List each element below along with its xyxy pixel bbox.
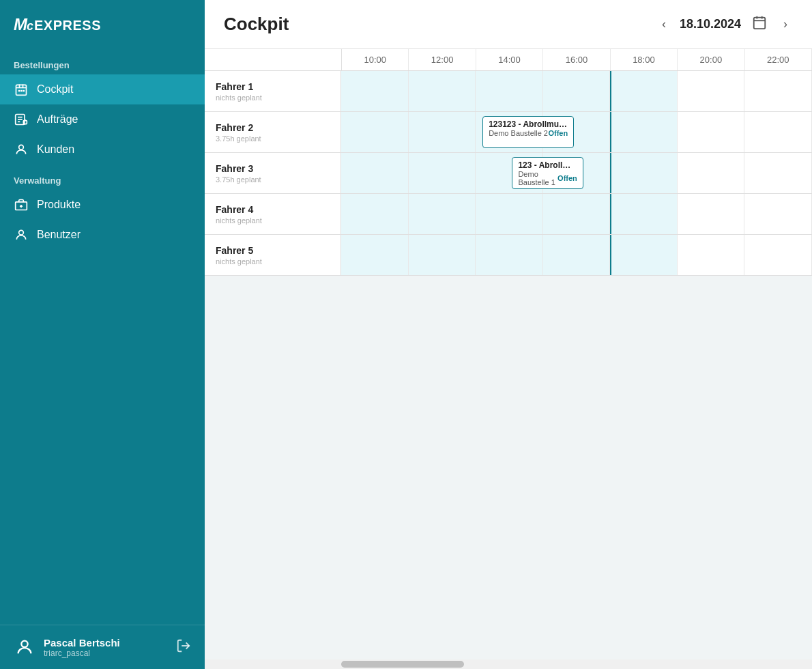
table-row: Fahrer 4 nichts geplant xyxy=(205,194,812,235)
sidebar-section-verwaltung: Verwaltung xyxy=(0,165,205,190)
time-labels-row: 10:00 12:00 14:00 16:00 18:00 20:00 22:0… xyxy=(341,49,812,70)
svg-rect-5 xyxy=(20,90,23,92)
sidebar-benutzer-label: Benutzer xyxy=(37,229,81,241)
prev-date-button[interactable]: ‹ xyxy=(656,14,671,34)
driver-label-1: Fahrer 1 nichts geplant xyxy=(205,71,341,111)
sidebar-item-cockpit[interactable]: Cockpit xyxy=(0,74,205,104)
sidebar-item-kunden[interactable]: Kunden xyxy=(0,134,205,165)
driver-timeline-4 xyxy=(341,194,812,234)
event-block[interactable]: 123 - Abrollmulde Demo Baustelle 1 Offen xyxy=(512,157,583,189)
user-icon xyxy=(14,227,29,242)
driver-status: 3.75h geplant xyxy=(216,134,330,143)
driver-name: Fahrer 3 xyxy=(216,163,330,174)
driver-name: Fahrer 1 xyxy=(216,81,330,92)
timeline-cell xyxy=(678,153,745,193)
time-label-1600: 16:00 xyxy=(543,49,610,70)
event-location: Demo Baustelle 2 xyxy=(489,129,548,137)
driver-label-2: Fahrer 2 3.75h geplant xyxy=(205,112,341,152)
driver-label-4: Fahrer 4 nichts geplant xyxy=(205,194,341,234)
driver-status: 3.75h geplant xyxy=(216,175,330,184)
timeline-cell-current xyxy=(610,153,678,193)
timeline-cell xyxy=(409,112,476,152)
timeline-cell xyxy=(744,235,812,275)
sidebar-item-auftraege[interactable]: Aufträge xyxy=(0,104,205,134)
event-title: 123 - Abrollmulde xyxy=(518,160,577,170)
event-location: Demo Baustelle 1 xyxy=(518,170,557,186)
user-avatar-icon xyxy=(14,636,35,658)
event-block[interactable]: 123123 - Abrollmulde Demo Baustelle 2 Of… xyxy=(482,116,574,148)
timeline-cell xyxy=(476,194,543,234)
timeline-cell xyxy=(409,153,476,193)
sidebar-cockpit-label: Cockpit xyxy=(37,83,73,96)
timeline-cell xyxy=(744,153,812,193)
user-profile-area: Pascal Bertschi triarc_pascal xyxy=(0,625,205,669)
user-name: Pascal Bertschi xyxy=(44,637,168,649)
driver-timeline-5 xyxy=(341,235,812,275)
timeline-cell-current xyxy=(610,112,678,152)
svg-point-17 xyxy=(19,230,24,235)
time-label-1800: 18:00 xyxy=(611,49,678,70)
event-detail: Demo Baustelle 2 Offen xyxy=(489,129,568,137)
timeline-cell xyxy=(678,194,745,234)
driver-status: nichts geplant xyxy=(216,216,330,225)
orders-icon xyxy=(14,112,29,127)
sidebar-item-produkte[interactable]: Produkte xyxy=(0,190,205,220)
table-row: Fahrer 3 3.75h geplant 123 - Abrollmulde xyxy=(205,153,812,194)
timeline: 10:00 12:00 14:00 16:00 18:00 20:00 22:0… xyxy=(205,49,812,669)
logout-button[interactable] xyxy=(176,638,191,656)
table-row: Fahrer 2 3.75h geplant 123123 - Abrollmu… xyxy=(205,112,812,153)
timeline-cell xyxy=(409,235,476,275)
sidebar: McEXPRESS Bestellungen Cockpit Aufträge … xyxy=(0,0,205,669)
svg-rect-11 xyxy=(23,121,27,124)
page-header: Cockpit ‹ 18.10.2024 › xyxy=(205,0,812,49)
timeline-cell xyxy=(409,71,476,111)
user-username: triarc_pascal xyxy=(44,649,168,658)
time-label-1400: 14:00 xyxy=(476,49,543,70)
sidebar-produkte-label: Produkte xyxy=(37,199,81,211)
timeline-cell xyxy=(543,71,611,111)
timeline-cell-current xyxy=(610,71,678,111)
timeline-cell-current xyxy=(610,235,678,275)
timeline-cell xyxy=(678,71,745,111)
sidebar-auftraege-label: Aufträge xyxy=(37,113,78,126)
driver-rows: Fahrer 1 nichts geplant Fahrer 2 3. xyxy=(205,71,812,659)
time-label-1000: 10:00 xyxy=(342,49,409,70)
driver-name: Fahrer 4 xyxy=(216,204,330,215)
timeline-cell xyxy=(678,112,745,152)
time-label-2000: 20:00 xyxy=(678,49,744,70)
date-navigation: ‹ 18.10.2024 › xyxy=(656,12,793,36)
timeline-cell xyxy=(341,71,409,111)
timeline-cell xyxy=(341,112,409,152)
calendar-picker-button[interactable] xyxy=(749,12,770,36)
driver-timeline-3[interactable]: 123 - Abrollmulde Demo Baustelle 1 Offen xyxy=(341,153,812,193)
horizontal-scrollbar[interactable] xyxy=(205,659,812,669)
timeline-cell xyxy=(744,194,812,234)
timeline-cell-current xyxy=(610,194,678,234)
svg-point-18 xyxy=(21,641,27,647)
timeline-cell xyxy=(744,71,812,111)
sidebar-section-bestellungen: Bestellungen xyxy=(0,49,205,74)
user-info: Pascal Bertschi triarc_pascal xyxy=(44,637,168,658)
time-label-1200: 12:00 xyxy=(409,49,476,70)
driver-status: nichts geplant xyxy=(216,257,330,266)
driver-name: Fahrer 2 xyxy=(216,122,330,133)
event-status-badge: Offen xyxy=(548,129,568,137)
timeline-cell xyxy=(476,71,543,111)
person-icon xyxy=(14,142,29,157)
timeline-cell xyxy=(409,194,476,234)
table-row: Fahrer 1 nichts geplant xyxy=(205,71,812,112)
svg-rect-4 xyxy=(18,90,20,92)
next-date-button[interactable]: › xyxy=(778,14,793,34)
calendar-grid-icon xyxy=(14,82,29,97)
event-status-badge: Offen xyxy=(557,174,577,182)
timeline-cell xyxy=(744,112,812,152)
driver-label-3: Fahrer 3 3.75h geplant xyxy=(205,153,341,193)
time-header: 10:00 12:00 14:00 16:00 18:00 20:00 22:0… xyxy=(205,49,812,71)
timeline-cell xyxy=(543,235,611,275)
sidebar-item-benutzer[interactable]: Benutzer xyxy=(0,220,205,250)
driver-timeline-2[interactable]: 123123 - Abrollmulde Demo Baustelle 2 Of… xyxy=(341,112,812,152)
timeline-cell xyxy=(678,235,745,275)
driver-name: Fahrer 5 xyxy=(216,245,330,256)
timeline-cell xyxy=(341,194,409,234)
scrollbar-thumb[interactable] xyxy=(341,661,464,668)
